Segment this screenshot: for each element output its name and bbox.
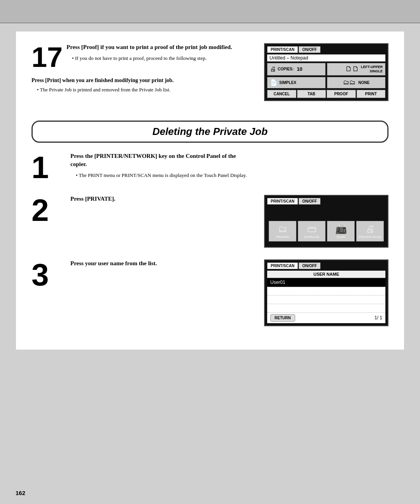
private-scan-label: PRIVATE SCAN [358,235,382,239]
return-button[interactable]: RETURN [270,314,295,322]
step-1-spacer [264,152,388,156]
storage-button[interactable]: 🗃 STORAGE [298,221,326,242]
user-list-header: USER NAME [267,271,385,278]
step-1-title: Press the [PRINTER/NETWORK] key on the C… [70,152,252,168]
screen-tabs-17: PRINT/SCAN ON/OFF [267,46,385,53]
print-button-17[interactable]: PRINT [357,90,386,98]
step-1-row: 1 Press the [PRINTER/NETWORK] key on the… [32,152,388,183]
finishing-cell: 🗂🗂 NONE [327,77,385,88]
step-17-number: 17 [32,43,63,71]
tab-onoff-3: ON/OFF [299,262,320,269]
private-icon: 🗂 [271,224,294,234]
copies-label: COPIES: [278,67,294,71]
screen-buttons-17: CANCEL TAB PROOF PRINT [267,90,385,98]
step-2-row: 2 Press [PRIVATE]. PRINT/SCAN ON/OFF 🗂 P… [32,195,388,248]
layout-icon: 🗋🗋 [345,65,359,73]
step-3-title: Press your user name from the list. [70,259,252,268]
page-info: 1/ 1 [374,315,382,320]
storage-icon: 🗃 [300,224,324,234]
private-label: PRIVATE [271,235,294,239]
user-list-row-2[interactable] [267,287,385,296]
step-3-number: 3 [32,259,59,290]
proof-button-17[interactable]: PROOF [327,90,356,98]
tab-print-scan-17: PRINT/SCAN [267,46,298,53]
step-2-content: Press [PRIVATE]. [70,195,252,206]
step-3-content: Press your user name from the list. [70,259,252,271]
user-list-row-4[interactable] [267,304,385,313]
layout-cell: 🗋🗋 LEFT-UPPER SINGLE [327,63,385,75]
finishing-icon: 🗂🗂 [343,79,355,86]
page-number: 162 [16,490,25,496]
step-1-content: Press the [PRINTER/NETWORK] key on the C… [70,152,252,179]
scan-button[interactable]: 📠 SCAN [327,221,355,242]
duplex-icon: 📄 [270,79,278,86]
step-1-number: 1 [32,152,59,183]
icon-grid: 🗂 PRIVATE 🗃 STORAGE 📠 SCAN 🖨 [267,218,385,245]
user-list-row-3[interactable] [267,296,385,304]
step-3-row: 3 Press your user name from the list. PR… [32,259,388,326]
copies-value: 10 [297,66,302,72]
tab-print-scan-3: PRINT/SCAN [267,262,298,269]
finishing-label: NONE [359,80,370,85]
scan-icon: 📠 [329,224,353,234]
screen-tabs-3: PRINT/SCAN ON/OFF [267,262,385,269]
user-list-row-1[interactable]: User01 [267,278,385,287]
cancel-button-17[interactable]: CANCEL [267,90,296,98]
private-button[interactable]: 🗂 PRIVATE [269,221,296,242]
screen-spacer-2 [267,206,385,218]
step-17-bullet2: The Private Job is printed and removed f… [37,86,252,94]
tab-button-17[interactable]: TAB [297,90,326,98]
layout-label1: LEFT-UPPER [361,65,383,69]
top-bar [0,0,420,23]
duplex-cell: 📄 SIMPLEX [267,77,326,88]
section-title: Deleting the Private Job [152,126,268,137]
user-list: USER NAME User01 RETURN 1/ 1 [267,271,385,323]
step-17-subtitle: Press [Print] when you are finished modi… [32,77,252,84]
screen-row-copies: 🖨 COPIES: 10 🗋🗋 LEFT-UPPER SINGLE [267,63,385,75]
step-17-title: Press [Proof] if you want to print a pro… [66,43,232,51]
screen-row-duplex: 📄 SIMPLEX 🗂🗂 NONE [267,77,385,88]
step-1-bullet: The PRINT menu or PRINT/SCAN menu is dis… [76,172,252,179]
tab-onoff-2: ON/OFF [299,198,320,205]
scan-label: SCAN [329,235,353,239]
storage-label: STORAGE [300,235,324,239]
screen-title-17: Untitled – Notepad [267,54,385,61]
private-scan-icon: 🖨 [358,224,382,234]
step-17-left: 17 Press [Proof] if you want to print a … [32,43,252,101]
layout-label2: SINGLE [361,69,383,74]
tab-print-scan-2: PRINT/SCAN [267,198,298,205]
user-list-footer: RETURN 1/ 1 [267,313,385,323]
screen-panel-17: PRINT/SCAN ON/OFF Untitled – Notepad 🖨 C… [264,43,388,101]
step-2-title: Press [PRIVATE]. [70,195,252,203]
copies-icon: 🖨 [270,66,276,73]
screen-panel-2: PRINT/SCAN ON/OFF 🗂 PRIVATE 🗃 STORAGE [264,195,388,248]
section-header: Deleting the Private Job [32,121,388,143]
tab-onoff-17: ON/OFF [299,46,320,53]
screen-tabs-2: PRINT/SCAN ON/OFF [267,198,385,205]
duplex-label: SIMPLEX [279,80,296,85]
private-scan-button[interactable]: 🖨 PRIVATE SCAN [356,221,384,242]
step-2-number: 2 [32,195,59,226]
copies-cell: 🖨 COPIES: 10 [267,63,326,75]
step-17-bullet1: If you do not have to print a proof, pro… [72,54,232,62]
screen-panel-3: PRINT/SCAN ON/OFF USER NAME User01 RETUR… [264,259,388,326]
step-17: 17 Press [Proof] if you want to print a … [32,43,388,109]
